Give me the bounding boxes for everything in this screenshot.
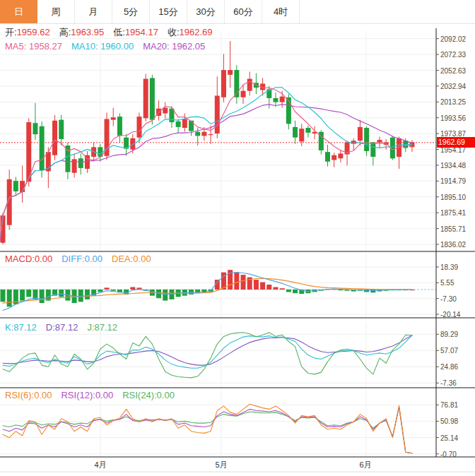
tab-month[interactable]: 月 [75,0,112,23]
y-tick-label: 89.29 [440,331,474,338]
ohlc-item-label-2: 低: [113,26,125,39]
y-tick-label: 2052.63 [440,67,474,75]
tab-15min[interactable]: 15分 [150,0,187,23]
ma-item-1: MA10: 1960.00 [71,41,134,52]
y-tick-label: -7.36 [440,379,474,387]
tab-day[interactable]: 日 [0,0,37,23]
macd-item-0: MACD:0.00 [5,254,52,264]
y-tick-label: 57.07 [440,347,474,355]
kdj-legend-row: K:87.12D:87.12J:87.12 [5,322,117,333]
tab-week[interactable]: 周 [37,0,75,23]
y-tick-label: 5.55 [440,279,474,287]
y-tick-label: 2032.94 [440,83,474,90]
y-tick-label: 2013.25 [440,98,474,106]
chart-canvas[interactable] [0,0,475,476]
y-tick-label: 1895.10 [440,194,474,201]
ohlc-item-label-3: 收: [168,26,180,39]
y-tick-label: 1934.48 [440,162,474,169]
y-tick-label: 24.86 [440,363,474,371]
ohlc-legend-row: 开:1959.62高:1963.95低:1954.17收:1962.69 [5,26,213,39]
y-tick-label: 1914.79 [440,177,474,185]
rsi-item-2: RSI(24):0.00 [122,390,175,400]
ohlc-item-value-0: 1959.62 [17,27,50,37]
kdj-item-0: K:87.12 [5,322,37,333]
ma-item-0: MA5: 1958.27 [5,41,62,52]
x-tick-label: 5月 [215,460,227,470]
y-tick-label: 1993.56 [440,114,474,122]
ohlc-item-2: 低:1954.17 [113,26,158,39]
y-tick-label: 76.81 [440,401,474,409]
macd-item-1: DIFF:0.00 [61,254,102,264]
y-tick-label: 1855.71 [440,225,474,233]
y-tick-label: 50.98 [440,417,474,425]
ohlc-item-label-0: 开: [5,26,17,39]
kdj-item-1: D:87.12 [46,322,78,333]
timeframe-tabbar: 日周月5分15分30分60分4时 [0,0,475,24]
y-tick-label: 1875.41 [440,209,474,217]
y-tick-label: 1836.02 [440,241,474,249]
ohlc-item-label-1: 高: [59,26,71,39]
y-tick-label: -0.70 [440,451,474,458]
y-tick-label: 18.39 [440,263,474,271]
rsi-legend-row: RSI(6):0.00RSI(12):0.00RSI(24):0.00 [5,390,175,400]
ohlc-item-value-3: 1962.69 [180,27,213,37]
macd-item-2: DEA:0.00 [112,254,151,264]
ohlc-item-value-1: 1963.95 [71,27,104,37]
ohlc-item-value-2: 1954.17 [125,27,158,37]
current-price-badge: 1962.69 [437,137,475,148]
x-tick-label: 6月 [359,460,371,470]
ma-item-2: MA20: 1962.05 [143,41,205,52]
macd-legend-row: MACD:0.00DIFF:0.00DEA:0.00 [5,254,151,264]
rsi-item-0: RSI(6):0.00 [5,390,52,400]
y-tick-label: 25.14 [440,434,474,442]
y-tick-label: 2092.02 [440,35,474,43]
x-tick-label: 4月 [94,460,106,470]
kline-chart-app: 日周月5分15分30分60分4时 开:1959.62高:1963.95低:195… [0,0,475,476]
tab-60min[interactable]: 60分 [225,0,262,23]
tab-30min[interactable]: 30分 [187,0,225,23]
ohlc-item-0: 开:1959.62 [5,26,50,39]
ohlc-item-3: 收:1962.69 [168,26,213,39]
tab-5min[interactable]: 5分 [112,0,150,23]
kdj-item-2: J:87.12 [87,322,117,333]
rsi-item-1: RSI(12):0.00 [61,390,113,400]
ohlc-item-1: 高:1963.95 [59,26,105,39]
y-tick-label: 2072.33 [440,51,474,59]
ma-legend-row: MA5: 1958.27MA10: 1960.00MA20: 1962.05 [5,41,205,52]
y-tick-label: -20.14 [440,311,474,319]
y-tick-label: -7.30 [440,295,474,303]
tab-4hour[interactable]: 4时 [262,0,300,23]
